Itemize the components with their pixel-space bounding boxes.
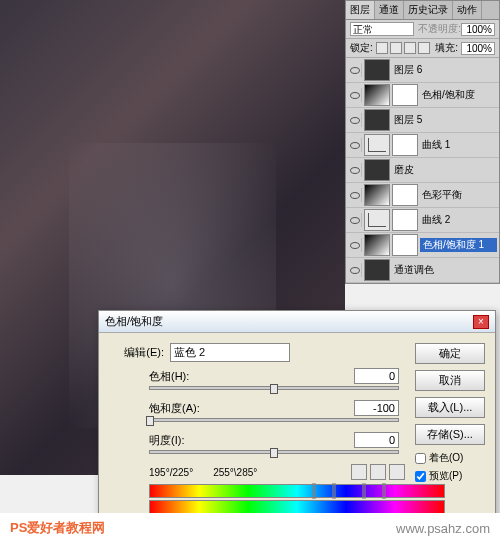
layer-row[interactable]: 磨皮 [346, 158, 499, 183]
lock-all-icon[interactable] [418, 42, 430, 54]
blend-mode-select[interactable]: 正常 [350, 22, 414, 36]
layer-row[interactable]: 色相/饱和度 [346, 83, 499, 108]
save-button[interactable]: 存储(S)... [415, 424, 485, 445]
hue-slider[interactable] [149, 386, 399, 390]
layer-thumbnail[interactable] [364, 109, 390, 131]
layer-thumbnail[interactable] [364, 84, 390, 106]
tab-layers[interactable]: 图层 [346, 1, 375, 19]
layer-row[interactable]: 曲线 1 [346, 133, 499, 158]
layer-thumbnail[interactable] [364, 134, 390, 156]
layer-row[interactable]: 曲线 2 [346, 208, 499, 233]
lock-label: 锁定: [350, 41, 373, 55]
saturation-label: 饱和度(A): [149, 401, 209, 416]
lock-position-icon[interactable] [404, 42, 416, 54]
layer-mask-thumbnail[interactable] [392, 234, 418, 256]
eyedropper-subtract-icon[interactable] [389, 464, 405, 480]
tab-actions[interactable]: 动作 [453, 1, 482, 19]
visibility-eye-icon[interactable] [348, 238, 362, 252]
fill-label: 填充: [435, 41, 458, 55]
dialog-titlebar[interactable]: 色相/饱和度 × [99, 311, 495, 333]
preview-input[interactable] [415, 471, 426, 482]
layer-thumbnail[interactable] [364, 159, 390, 181]
layer-name-label[interactable]: 图层 5 [392, 113, 497, 127]
visibility-eye-icon[interactable] [348, 113, 362, 127]
layer-name-label[interactable]: 曲线 1 [420, 138, 497, 152]
layer-thumbnail[interactable] [364, 184, 390, 206]
layer-mask-thumbnail[interactable] [392, 134, 418, 156]
layer-row[interactable]: 图层 5 [346, 108, 499, 133]
layer-mask-thumbnail[interactable] [392, 84, 418, 106]
lock-pixels-icon[interactable] [390, 42, 402, 54]
layer-name-label[interactable]: 色相/饱和度 1 [420, 238, 497, 252]
layer-list: 图层 6色相/饱和度图层 5曲线 1磨皮色彩平衡曲线 2色相/饱和度 1通道调色 [346, 58, 499, 283]
hue-label: 色相(H): [149, 369, 209, 384]
lock-transparency-icon[interactable] [376, 42, 388, 54]
spectrum-top[interactable] [149, 484, 445, 498]
panel-tabs: 图层 通道 历史记录 动作 [346, 1, 499, 20]
tab-channels[interactable]: 通道 [375, 1, 404, 19]
saturation-value[interactable]: -100 [354, 400, 399, 416]
visibility-eye-icon[interactable] [348, 138, 362, 152]
layer-name-label[interactable]: 图层 6 [392, 63, 497, 77]
ok-button[interactable]: 确定 [415, 343, 485, 364]
fill-value[interactable]: 100% [461, 42, 495, 55]
layers-panel: 图层 通道 历史记录 动作 正常 不透明度: 100% 锁定: 填充: 100%… [345, 0, 500, 284]
layer-name-label[interactable]: 色相/饱和度 [420, 88, 497, 102]
layer-name-label[interactable]: 通道调色 [392, 263, 497, 277]
dialog-title: 色相/饱和度 [105, 314, 473, 329]
layer-row[interactable]: 图层 6 [346, 58, 499, 83]
range-right: 255°\285° [213, 467, 257, 478]
range-left: 195°/225° [149, 467, 193, 478]
load-button[interactable]: 载入(L)... [415, 397, 485, 418]
lightness-value[interactable]: 0 [354, 432, 399, 448]
spectrum-bottom [149, 500, 445, 514]
visibility-eye-icon[interactable] [348, 88, 362, 102]
eyedropper-add-icon[interactable] [370, 464, 386, 480]
visibility-eye-icon[interactable] [348, 213, 362, 227]
footer-brand: PS爱好者教程网 [10, 519, 105, 537]
layer-thumbnail[interactable] [364, 59, 390, 81]
layer-row[interactable]: 通道调色 [346, 258, 499, 283]
lightness-slider[interactable] [149, 450, 399, 454]
layer-thumbnail[interactable] [364, 259, 390, 281]
close-icon[interactable]: × [473, 315, 489, 329]
saturation-slider[interactable] [149, 418, 399, 422]
opacity-value[interactable]: 100% [461, 23, 495, 36]
layer-row[interactable]: 色彩平衡 [346, 183, 499, 208]
layer-name-label[interactable]: 磨皮 [392, 163, 497, 177]
hue-saturation-dialog: 色相/饱和度 × 编辑(E): 蓝色 2 色相(H): 0 饱和度(A): -1… [98, 310, 496, 527]
hue-value[interactable]: 0 [354, 368, 399, 384]
layer-mask-thumbnail[interactable] [392, 209, 418, 231]
lightness-label: 明度(I): [149, 433, 209, 448]
visibility-eye-icon[interactable] [348, 188, 362, 202]
page-footer: PS爱好者教程网 www.psahz.com [0, 513, 500, 543]
layer-name-label[interactable]: 曲线 2 [420, 213, 497, 227]
eyedropper-icon[interactable] [351, 464, 367, 480]
opacity-label: 不透明度: [418, 22, 461, 36]
footer-url: www.psahz.com [396, 521, 490, 536]
layer-thumbnail[interactable] [364, 209, 390, 231]
layer-name-label[interactable]: 色彩平衡 [420, 188, 497, 202]
edit-channel-select[interactable]: 蓝色 2 [170, 343, 290, 362]
edit-label: 编辑(E): [109, 345, 164, 360]
preview-checkbox[interactable]: 预览(P) [415, 469, 485, 483]
cancel-button[interactable]: 取消 [415, 370, 485, 391]
colorize-input[interactable] [415, 453, 426, 464]
visibility-eye-icon[interactable] [348, 63, 362, 77]
tab-history[interactable]: 历史记录 [404, 1, 453, 19]
visibility-eye-icon[interactable] [348, 163, 362, 177]
layer-row[interactable]: 色相/饱和度 1 [346, 233, 499, 258]
visibility-eye-icon[interactable] [348, 263, 362, 277]
layer-thumbnail[interactable] [364, 234, 390, 256]
layer-mask-thumbnail[interactable] [392, 184, 418, 206]
colorize-checkbox[interactable]: 着色(O) [415, 451, 485, 465]
